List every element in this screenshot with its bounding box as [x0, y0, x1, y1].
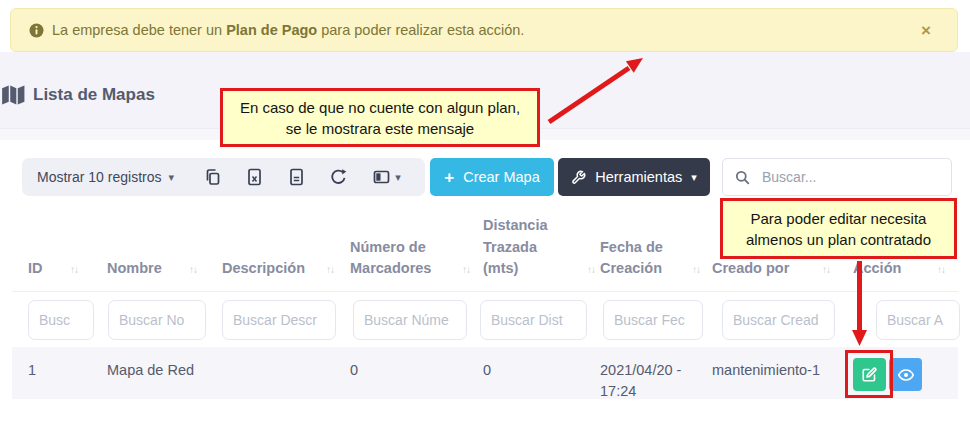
filter-input-id[interactable] [28, 300, 94, 340]
cell-nombre: Mapa de Red [107, 360, 194, 381]
column-label: ID [28, 258, 43, 280]
column-header-descripcion[interactable]: Descripción↑↓ [222, 258, 334, 280]
filter-input-descripcion[interactable] [222, 300, 336, 340]
sort-icon[interactable]: ↑↓ [326, 262, 334, 280]
column-header-id[interactable]: ID↑↓ [28, 258, 78, 280]
file-export-icon[interactable] [288, 168, 305, 186]
column-header-nombre[interactable]: Nombre↑↓ [107, 258, 197, 280]
payment-plan-alert: La empresa debe tener un Plan de Pago pa… [10, 8, 958, 52]
show-entries-label: Mostrar 10 registros [37, 169, 161, 185]
column-header-marcadores[interactable]: Número de Marcadores↑↓ [350, 237, 470, 281]
export-tools: ▾ [180, 168, 425, 186]
excel-export-icon[interactable] [246, 168, 263, 186]
column-label: Creado por [712, 258, 789, 280]
cell-id: 1 [28, 360, 36, 381]
map-icon [2, 85, 25, 105]
filter-input-distancia[interactable] [480, 300, 587, 340]
sort-icon[interactable]: ↑↓ [70, 262, 78, 280]
create-map-label: Crear Mapa [463, 169, 540, 185]
info-circle-icon [29, 23, 44, 38]
show-entries-dropdown[interactable]: Mostrar 10 registros ▾ [37, 169, 174, 185]
annotation-text: almenos un plan contratado [746, 229, 931, 250]
chevron-down-icon: ▾ [168, 172, 174, 183]
column-label: Descripción [222, 258, 305, 280]
sort-icon[interactable]: ↑↓ [937, 262, 945, 280]
filter-input-creado-por[interactable] [722, 300, 835, 340]
filter-input-nombre[interactable] [108, 300, 206, 340]
page-title-label: Lista de Mapas [33, 85, 155, 105]
table-search [722, 158, 952, 196]
refresh-icon[interactable] [329, 168, 348, 186]
search-input[interactable] [760, 168, 939, 186]
search-icon [735, 170, 750, 185]
sort-icon[interactable]: ↑↓ [462, 262, 470, 280]
sort-icon[interactable]: ↑↓ [692, 262, 700, 280]
column-header-distancia[interactable]: Distancia Trazada (mts)↑↓ [483, 215, 595, 280]
page-title: Lista de Mapas [2, 85, 155, 105]
column-header-fecha[interactable]: Fecha de Creación↑↓ [600, 237, 700, 281]
table-row: 1 Mapa de Red 0 0 2021/04/20 - 17:24 man… [12, 347, 958, 399]
sort-icon[interactable]: ↑↓ [587, 262, 595, 280]
annotation-highlight-edit-button [845, 350, 893, 398]
annotation-text: Para poder editar necesita [751, 208, 927, 229]
column-header-accion[interactable]: Acción↑↓ [853, 258, 945, 280]
filter-input-fecha[interactable] [603, 300, 703, 340]
eye-icon [898, 367, 914, 383]
copy-icon[interactable] [204, 168, 222, 186]
tools-dropdown-button[interactable]: Herramientas ▾ [558, 158, 710, 196]
annotation-note-edit-requirement: Para poder editar necesita almenos un pl… [720, 198, 957, 259]
filter-input-marcadores[interactable] [353, 300, 467, 340]
column-label: Fecha de Creación [600, 237, 672, 281]
column-label: Distancia Trazada (mts) [483, 215, 555, 280]
create-map-button[interactable]: + Crear Mapa [430, 158, 554, 196]
wrench-icon [571, 170, 586, 185]
annotation-note-plan-message: En caso de que no cuente con algun plan,… [220, 88, 540, 147]
view-map-button[interactable] [889, 358, 922, 391]
chevron-down-icon: ▾ [691, 172, 697, 183]
tools-label: Herramientas [595, 169, 682, 185]
columns-visibility-icon[interactable]: ▾ [372, 168, 401, 186]
cell-fecha: 2021/04/20 - 17:24 [600, 360, 702, 402]
filter-input-accion[interactable] [876, 300, 960, 340]
column-label: Número de Marcadores [350, 237, 442, 281]
annotation-text: En caso de que no cuente con algun plan, [240, 97, 520, 118]
cell-marcadores: 0 [350, 360, 358, 381]
cell-distancia: 0 [483, 360, 491, 381]
column-label: Acción [853, 258, 901, 280]
alert-text: La empresa debe tener un Plan de Pago pa… [52, 22, 524, 38]
cell-creado-por: mantenimiento-1 [712, 360, 837, 381]
table-filter-row [12, 292, 958, 347]
plus-icon: + [444, 169, 454, 186]
table-controls-group: Mostrar 10 registros ▾ ▾ [22, 158, 425, 196]
chevron-down-icon: ▾ [395, 172, 401, 183]
close-icon[interactable]: × [921, 22, 931, 39]
sort-icon[interactable]: ↑↓ [189, 262, 197, 280]
maps-table-card: Mostrar 10 registros ▾ ▾ + Crear Mapa [12, 140, 958, 428]
column-header-creado-por[interactable]: Creado por↑↓ [712, 258, 830, 280]
sort-icon[interactable]: ↑↓ [822, 262, 830, 280]
annotation-text: se le mostrara este mensaje [286, 118, 474, 139]
column-label: Nombre [107, 258, 162, 280]
